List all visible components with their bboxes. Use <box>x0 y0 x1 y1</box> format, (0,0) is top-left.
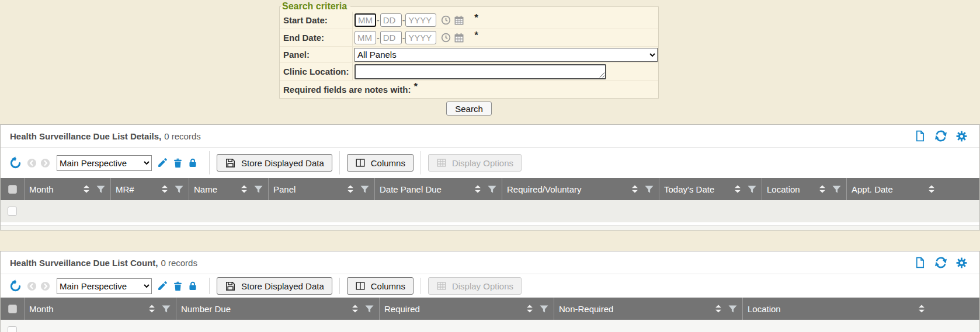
end-date-mm-input[interactable] <box>355 31 376 44</box>
delete-perspective-trash-icon[interactable] <box>172 157 183 169</box>
sort-icon[interactable] <box>474 185 481 193</box>
filter-icon[interactable] <box>748 186 756 193</box>
column-header-month[interactable]: Month <box>24 178 110 200</box>
next-perspective-icon[interactable] <box>40 158 51 169</box>
columns-icon <box>355 158 366 168</box>
display-options-button[interactable]: Display Options <box>428 154 522 172</box>
column-header-name[interactable]: Name <box>189 178 268 200</box>
sort-icon[interactable] <box>526 305 533 313</box>
filter-icon[interactable] <box>360 186 369 193</box>
filter-icon[interactable] <box>540 305 548 313</box>
refresh-icon[interactable] <box>934 130 947 142</box>
calendar-icon[interactable] <box>453 15 465 26</box>
delete-perspective-trash-icon[interactable] <box>172 280 183 292</box>
filter-icon[interactable] <box>162 305 171 313</box>
end-date-row: End Date: - - * <box>280 29 658 47</box>
store-displayed-data-button[interactable]: Store Displayed Data <box>217 154 332 172</box>
sort-icon[interactable] <box>918 305 925 313</box>
previous-perspective-icon[interactable] <box>26 281 37 292</box>
filter-icon[interactable] <box>175 186 183 193</box>
count-empty-row <box>1 320 979 332</box>
column-label: Date Panel Due <box>380 184 442 194</box>
column-header-required[interactable]: Required <box>379 298 554 320</box>
sort-icon[interactable] <box>148 305 155 313</box>
filter-icon[interactable] <box>365 305 374 313</box>
calendar-icon[interactable] <box>453 32 465 44</box>
column-label: Required <box>384 304 420 314</box>
new-page-icon[interactable] <box>914 130 926 142</box>
previous-perspective-icon[interactable] <box>26 158 37 169</box>
column-header-location[interactable]: Location <box>762 178 846 200</box>
column-header-date-panel-due[interactable]: Date Panel Due <box>374 178 502 200</box>
column-header-required-voluntary[interactable]: Required/Voluntary <box>502 178 659 200</box>
clinic-location-input[interactable] <box>355 64 606 79</box>
date-dash: - <box>402 33 405 43</box>
sort-icon[interactable] <box>241 185 248 193</box>
required-marker: * <box>474 30 478 41</box>
lock-perspective-icon[interactable] <box>187 280 198 292</box>
sort-icon[interactable] <box>631 185 638 193</box>
date-dash: - <box>377 16 380 25</box>
display-options-button[interactable]: Display Options <box>428 277 522 295</box>
panel-select[interactable]: All Panels <box>355 48 658 62</box>
new-page-icon[interactable] <box>914 256 926 269</box>
sort-icon[interactable] <box>347 185 354 193</box>
gear-icon[interactable] <box>955 130 968 142</box>
filter-icon[interactable] <box>728 305 737 313</box>
edit-perspective-pencil-icon[interactable] <box>157 280 168 292</box>
sort-icon[interactable] <box>352 305 359 313</box>
clinic-location-row: Clinic Location: <box>280 63 658 81</box>
filter-icon[interactable] <box>254 186 263 193</box>
column-label: Month <box>29 304 54 314</box>
sort-icon[interactable] <box>161 185 168 193</box>
select-all-checkbox[interactable] <box>8 305 17 313</box>
columns-button[interactable]: Columns <box>347 277 413 295</box>
perspective-select[interactable]: Main Perspective <box>57 278 152 294</box>
column-header-non-required[interactable]: Non-Required <box>554 298 742 320</box>
clock-icon[interactable] <box>440 15 451 26</box>
columns-button[interactable]: Columns <box>347 154 413 172</box>
start-date-row: Start Date: - - * <box>280 12 658 29</box>
lock-perspective-icon[interactable] <box>187 157 198 169</box>
filter-icon[interactable] <box>832 186 841 193</box>
count-titlebar: Health Surveillance Due List Count, 0 re… <box>1 251 979 274</box>
sort-icon[interactable] <box>928 185 935 193</box>
column-header-location[interactable]: Location <box>742 298 979 320</box>
refresh-icon[interactable] <box>934 256 947 269</box>
undo-icon[interactable] <box>9 279 22 293</box>
toolbar-separator <box>209 278 210 294</box>
perspective-select[interactable]: Main Perspective <box>57 155 152 171</box>
sort-icon[interactable] <box>83 185 90 193</box>
search-button[interactable]: Search <box>446 102 492 116</box>
start-date-yyyy-input[interactable] <box>405 13 436 27</box>
required-note-text: Required fields are notes with: <box>283 85 411 95</box>
clock-icon[interactable] <box>440 32 451 43</box>
start-date-mm-input[interactable] <box>355 13 376 27</box>
column-header-mr[interactable]: MR# <box>110 178 189 200</box>
row-checkbox[interactable] <box>8 326 17 332</box>
filter-icon[interactable] <box>645 186 654 193</box>
column-label: Location <box>767 184 800 194</box>
filter-icon[interactable] <box>488 186 496 193</box>
column-label: Location <box>748 304 781 314</box>
column-header-appt-date[interactable]: Appt. Date <box>846 178 979 200</box>
next-perspective-icon[interactable] <box>40 281 51 292</box>
filter-icon[interactable] <box>96 186 105 193</box>
column-header-panel[interactable]: Panel <box>268 178 374 200</box>
column-header-month[interactable]: Month <box>24 298 176 320</box>
end-date-yyyy-input[interactable] <box>405 31 436 44</box>
toolbar-separator <box>209 151 210 174</box>
row-checkbox[interactable] <box>8 207 17 216</box>
sort-icon[interactable] <box>819 185 826 193</box>
sort-icon[interactable] <box>715 305 722 313</box>
start-date-dd-input[interactable] <box>380 13 402 27</box>
store-displayed-data-button[interactable]: Store Displayed Data <box>217 277 332 295</box>
sort-icon[interactable] <box>734 185 741 193</box>
gear-icon[interactable] <box>955 257 968 269</box>
undo-icon[interactable] <box>9 156 22 170</box>
edit-perspective-pencil-icon[interactable] <box>157 157 168 169</box>
select-all-checkbox[interactable] <box>8 185 17 194</box>
column-header-number-due[interactable]: Number Due <box>176 298 379 320</box>
end-date-dd-input[interactable] <box>380 31 402 44</box>
column-header-today-s-date[interactable]: Today's Date <box>659 178 762 200</box>
